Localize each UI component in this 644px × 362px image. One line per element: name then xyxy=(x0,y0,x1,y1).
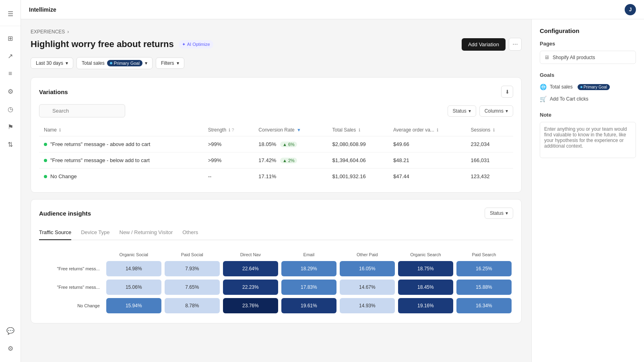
heatmap-cell-0-6: 16.25% xyxy=(455,259,513,278)
analytics-icon[interactable]: ↗ xyxy=(3,49,18,63)
heatmap-cell-inner: 7.93% xyxy=(165,261,220,276)
heatmap-cell-inner: 7.65% xyxy=(165,280,220,295)
heatmap-row-1: "Free returns" mess...15.06%7.65%22.23%1… xyxy=(39,278,513,296)
header-right: Add Variation ··· xyxy=(462,38,522,51)
pill-label: Primary Goal xyxy=(114,61,140,66)
heatmap-cell-inner: 16.34% xyxy=(456,298,512,313)
heatmap-cell-inner: 18.75% xyxy=(398,261,453,276)
date-range-chevron: ▾ xyxy=(66,60,68,66)
heatmap-col-5: Organic Search xyxy=(396,250,455,259)
heatmap-cell-1-1: 7.65% xyxy=(163,278,221,296)
heatmap-col-3: Email xyxy=(280,250,338,259)
cell-strength: >99% xyxy=(203,152,254,169)
message-icon[interactable]: 💬 xyxy=(3,323,18,338)
gear-icon[interactable]: ⚙ xyxy=(3,341,18,356)
cell-strength: -- xyxy=(203,169,254,185)
insights-status-label: Status xyxy=(490,210,504,216)
col-aov: Average order va... ℹ xyxy=(388,124,466,136)
user-avatar[interactable]: J xyxy=(625,4,636,15)
heatmap-col-1: Paid Social xyxy=(163,250,221,259)
cell-conversion: 17.11% xyxy=(254,169,327,185)
goal-item-0: 🌐 Total sales Primary Goal xyxy=(540,82,636,92)
breadcrumb: EXPERIENCES › xyxy=(31,29,522,35)
heatmap-cell-2-5: 19.16% xyxy=(396,296,455,315)
search-input[interactable] xyxy=(39,104,125,117)
variations-card-header: Variations ⬇ xyxy=(39,86,513,98)
pages-label: Pages xyxy=(540,41,636,47)
table-row: "Free returns" message - below add to ca… xyxy=(39,152,513,169)
filters-button[interactable]: Filters ▾ xyxy=(156,58,184,69)
heatmap-cell-2-6: 16.34% xyxy=(455,296,513,315)
status-label: Status xyxy=(453,108,466,114)
tab-others[interactable]: Others xyxy=(182,225,198,240)
date-range-button[interactable]: Last 30 days ▾ xyxy=(31,58,73,69)
toolbar: Last 30 days ▾ Total sales Primary Goal … xyxy=(31,57,522,69)
breadcrumb-parent[interactable]: EXPERIENCES xyxy=(31,29,65,35)
heatmap-cell-inner: 16.25% xyxy=(456,261,512,276)
heatmap-cell-2-3: 19.61% xyxy=(280,296,338,315)
heatmap-cell-inner: 15.06% xyxy=(106,280,161,295)
variations-tbody: "Free returns" message - above add to ca… xyxy=(39,136,513,185)
tab-new_returning[interactable]: New / Returning Visitor xyxy=(120,225,173,240)
strength-info-icon: ℹ xyxy=(229,128,230,132)
sales-info-icon: ℹ xyxy=(359,128,360,132)
filters-label: Filters xyxy=(161,60,174,66)
history-icon[interactable]: ◷ xyxy=(3,102,18,116)
goal-primary-pill: Primary Goal xyxy=(578,84,610,90)
heatmap-empty-header xyxy=(39,250,105,259)
goal-chevron: ▾ xyxy=(145,60,147,66)
pages-item-label: Shopify All products xyxy=(553,55,595,60)
heatmap-col-6: Paid Search xyxy=(455,250,513,259)
cell-name: "Free returns" message - below add to ca… xyxy=(39,152,203,169)
tabs: Traffic SourceDevice TypeNew / Returning… xyxy=(39,225,513,240)
pages-item[interactable]: 🖥 Shopify All products xyxy=(540,51,636,64)
search-wrap: 🔍 xyxy=(39,104,444,117)
status-dot xyxy=(44,143,47,146)
settings-icon[interactable]: ⚙ xyxy=(3,84,18,99)
name-info-icon: ℹ xyxy=(59,128,61,132)
heatmap-cell-2-1: 8.78% xyxy=(163,296,221,315)
page-icon: 🖥 xyxy=(544,54,549,60)
status-chevron: ▾ xyxy=(469,108,471,114)
columns-button[interactable]: Columns ▾ xyxy=(479,105,513,117)
columns-label: Columns xyxy=(485,108,504,114)
status-filter-button[interactable]: Status ▾ xyxy=(448,105,476,117)
flag-icon[interactable]: ⚑ xyxy=(3,119,18,134)
heatmap-cell-0-0: 14.98% xyxy=(105,259,163,278)
insights-title: Audience insights xyxy=(39,210,91,217)
breadcrumb-separator: › xyxy=(67,29,69,35)
sessions-info-icon: ℹ xyxy=(493,128,495,132)
cell-conversion: 17.42% ▲ 2% xyxy=(254,152,327,169)
heatmap-cell-1-0: 15.06% xyxy=(105,278,163,296)
reports-icon[interactable]: ≡ xyxy=(3,66,18,81)
tab-device_type[interactable]: Device Type xyxy=(81,225,109,240)
heatmap-cell-inner: 15.88% xyxy=(456,280,512,295)
tab-traffic_source[interactable]: Traffic Source xyxy=(39,225,71,240)
note-textarea[interactable] xyxy=(540,122,636,158)
heatmap-cell-inner: 23.76% xyxy=(223,298,278,313)
add-variation-button[interactable]: Add Variation xyxy=(462,38,506,51)
insights-status-button[interactable]: Status ▾ xyxy=(485,208,513,219)
filter-icon[interactable]: ⇅ xyxy=(3,137,18,152)
goal-selector-button[interactable]: Total sales Primary Goal ▾ xyxy=(76,57,153,69)
heatmap-col-2: Direct Nav xyxy=(221,250,280,259)
status-dot xyxy=(44,175,47,178)
heatmap-cell-1-5: 18.45% xyxy=(396,278,455,296)
heatmap-col-4: Other Paid xyxy=(338,250,396,259)
main-area: Intellimize J EXPERIENCES › Highlight wo… xyxy=(21,0,644,362)
title-row: Highlight worry free about returns ✦ AI … xyxy=(31,39,213,49)
note-title: Note xyxy=(540,112,636,118)
aov-info-icon: ℹ xyxy=(437,128,438,132)
filters-chevron: ▾ xyxy=(177,60,179,66)
insights-card-header: Audience insights Status ▾ xyxy=(39,208,513,219)
sort-icon: ▼ xyxy=(297,128,301,132)
menu-icon[interactable]: ☰ xyxy=(3,6,18,21)
sidebar: ☰ ⊞ ↗ ≡ ⚙ ◷ ⚑ ⇅ 💬 ⚙ xyxy=(0,0,21,362)
more-options-button[interactable]: ··· xyxy=(509,38,522,51)
top-bar: Intellimize J xyxy=(21,0,644,19)
download-button[interactable]: ⬇ xyxy=(501,86,513,98)
goal-icon-0: 🌐 xyxy=(540,84,547,90)
uplift-badge: ▲ 2% xyxy=(280,158,297,163)
dashboard-icon[interactable]: ⊞ xyxy=(3,31,18,45)
pages-section: Pages 🖥 Shopify All products xyxy=(540,41,636,64)
